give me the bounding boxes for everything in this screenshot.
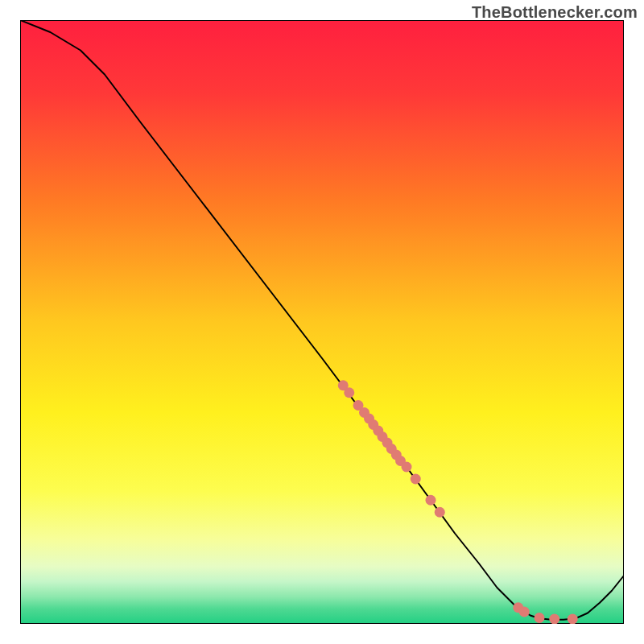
data-marker [519,607,530,617]
gradient-background [20,20,624,624]
data-marker [426,495,436,506]
plot-area [20,20,624,624]
data-marker [535,613,545,623]
chart-svg [20,20,624,624]
chart-stage: TheBottlenecker.com [0,0,644,644]
data-marker [549,614,559,625]
data-marker [568,614,578,625]
data-marker [402,462,412,473]
data-marker [411,474,421,485]
watermark-text: TheBottlenecker.com [472,3,638,22]
data-marker [435,507,445,518]
data-marker [344,387,354,398]
